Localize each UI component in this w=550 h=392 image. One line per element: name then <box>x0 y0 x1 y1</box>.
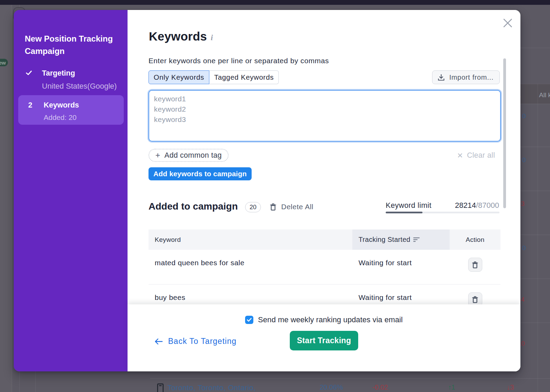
backdrop-line <box>520 84 550 84</box>
add-keywords-to-campaign-button[interactable]: Add keywords to campaign <box>148 167 252 180</box>
info-icon[interactable]: i <box>211 33 213 42</box>
backdrop-line <box>520 323 550 323</box>
keywords-textarea[interactable] <box>148 90 501 142</box>
col-keyword: Keyword <box>148 229 352 250</box>
backdrop-value: 0 <box>522 112 526 120</box>
plus-icon: + <box>155 150 160 160</box>
browser-top-bar <box>0 0 550 5</box>
backdrop-change: -0.02 <box>372 383 388 391</box>
backdrop-line <box>538 84 538 392</box>
added-to-campaign-heading: Added to campaign <box>148 201 238 212</box>
add-common-tag-label: Add common tag <box>164 151 222 160</box>
wizard-sidebar: New Position TrackingCampaign Targeting … <box>14 10 128 371</box>
download-icon <box>438 74 445 81</box>
keyword-limit-label: Keyword limit <box>386 201 431 210</box>
step-number: 2 <box>28 101 32 110</box>
step-sub: Added: 20 <box>44 113 77 122</box>
added-count-badge: 20 <box>245 202 261 212</box>
modal-subtitle: Enter keywords one per line or separated… <box>148 57 329 65</box>
delete-all-button[interactable]: Delete All <box>270 203 314 211</box>
backdrop-line <box>520 235 550 235</box>
backdrop-new-badge: ew <box>0 59 8 66</box>
backdrop-line <box>520 279 550 279</box>
cell-status: Waiting for start <box>352 250 450 284</box>
arrow-left-icon <box>155 338 163 345</box>
backdrop-line <box>520 191 550 191</box>
col-tracking-started[interactable]: Tracking Started <box>352 229 450 250</box>
check-icon <box>247 318 252 322</box>
modal-scrollbar[interactable] <box>503 58 506 208</box>
add-common-tag-button[interactable]: + Add common tag <box>148 149 229 162</box>
sidebar-step-keywords[interactable]: 2 Keywords Added: 20 <box>18 95 124 125</box>
clear-all-label: Clear all <box>467 151 495 160</box>
new-position-tracking-modal: New Position TrackingCampaign Targeting … <box>14 10 520 371</box>
backdrop-line <box>19 371 20 392</box>
backdrop-col-header: All ke <box>539 91 550 99</box>
sort-desc-icon <box>413 237 420 242</box>
step-label: Keywords <box>44 101 79 110</box>
cell-keyword: mated queen bees for sale <box>148 250 352 284</box>
backdrop-phone-icon <box>157 383 164 392</box>
modal-footer: Send me weekly ranking updates via email… <box>128 304 520 371</box>
col-action: Action <box>450 229 500 250</box>
import-from-button[interactable]: Import from... <box>432 70 500 84</box>
backdrop-line <box>150 378 550 379</box>
backdrop-line <box>520 48 550 48</box>
cell-action <box>450 250 500 284</box>
backdrop-visibility: 20.06% <box>320 383 343 391</box>
backdrop-line <box>35 371 36 392</box>
modal-title: Keywords <box>149 30 207 43</box>
tab-tagged-keywords[interactable]: Tagged Keywords <box>209 70 279 84</box>
keywords-tabs: Only Keywords Tagged Keywords <box>148 70 279 84</box>
backdrop-up: ↑1 <box>448 383 455 391</box>
trash-icon <box>472 261 478 269</box>
table-header: Keyword Tracking Started Action <box>148 229 500 250</box>
import-from-label: Import from... <box>449 74 494 81</box>
backdrop-value: 0 <box>522 156 526 164</box>
email-updates-checkbox[interactable] <box>245 316 253 324</box>
keyword-limit-value: 28214/87000 <box>455 201 499 210</box>
backdrop-location-link: Toronto, Toronto, Ontario, <box>167 383 256 392</box>
start-tracking-button[interactable]: Start Tracking <box>290 331 358 350</box>
table-row: mated queen bees for sale Waiting for st… <box>148 250 500 284</box>
sidebar-step-targeting-sub: United States(Google) <box>42 82 117 91</box>
wizard-title: New Position TrackingCampaign <box>25 33 118 57</box>
backdrop-line <box>19 5 20 7</box>
modal-content: Keywords i Enter keywords one per line o… <box>128 10 520 371</box>
delete-all-label: Delete All <box>281 203 314 211</box>
keyword-limit-progress <box>386 212 499 213</box>
email-updates-label: Send me weekly ranking updates via email <box>258 315 403 324</box>
close-icon[interactable] <box>503 18 513 28</box>
backdrop-line <box>520 147 550 147</box>
keyword-limit-progress-fill <box>386 212 422 213</box>
backdrop-value: 0 <box>522 244 526 252</box>
email-updates-row: Send me weekly ranking updates via email <box>128 315 520 324</box>
delete-keyword-button[interactable] <box>468 258 482 272</box>
back-to-targeting-label: Back To Targeting <box>168 337 236 346</box>
trash-icon <box>472 296 478 303</box>
backdrop-line <box>520 104 550 104</box>
sidebar-step-targeting[interactable]: Targeting <box>42 69 75 78</box>
trash-icon <box>270 203 277 211</box>
check-icon <box>26 70 32 76</box>
tab-only-keywords[interactable]: Only Keywords <box>148 70 209 84</box>
clear-all-button[interactable]: ✕ Clear all <box>457 151 495 160</box>
back-to-targeting-link[interactable]: Back To Targeting <box>155 337 236 346</box>
clear-icon: ✕ <box>457 152 463 160</box>
backdrop-down: ↓3 <box>507 383 514 391</box>
